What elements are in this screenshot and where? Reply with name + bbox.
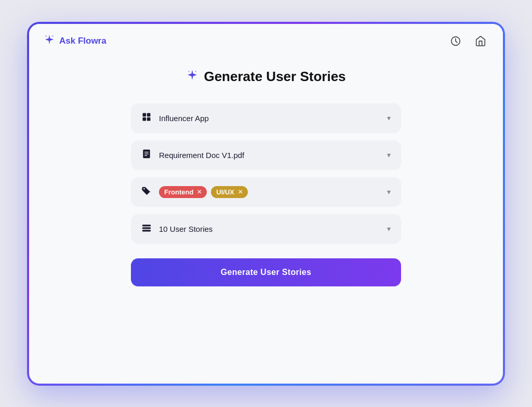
- svg-point-13: [143, 188, 145, 190]
- tag-uiux-close[interactable]: ✕: [238, 189, 243, 195]
- tags-chevron-icon: ▾: [387, 188, 391, 196]
- tag-frontend-label: Frontend: [164, 188, 193, 196]
- project-icon: [141, 112, 152, 125]
- svg-rect-16: [142, 230, 151, 231]
- page-title: Generate User Stories: [204, 69, 345, 85]
- count-chevron-icon: ▾: [387, 225, 391, 233]
- form-fields: Influencer App ▾ Requirement Doc V1.pdf: [131, 103, 401, 244]
- header: Ask Flowra: [29, 24, 503, 58]
- tag-uiux-label: UI/UX: [216, 188, 234, 196]
- logo-area: Ask Flowra: [44, 34, 107, 48]
- document-value: Requirement Doc V1.pdf: [159, 151, 380, 160]
- generate-button[interactable]: Generate User Stories: [131, 258, 401, 286]
- svg-rect-8: [147, 117, 151, 121]
- svg-point-1: [52, 35, 54, 37]
- svg-point-3: [189, 71, 190, 72]
- count-field[interactable]: 10 User Stories ▾: [131, 214, 401, 244]
- tag-frontend-close[interactable]: ✕: [197, 189, 202, 195]
- tag-frontend[interactable]: Frontend ✕: [159, 186, 207, 198]
- home-button[interactable]: [473, 33, 488, 49]
- tag-uiux[interactable]: UI/UX ✕: [211, 186, 248, 198]
- tag-icon: [141, 186, 152, 199]
- document-field[interactable]: Requirement Doc V1.pdf ▾: [131, 140, 401, 170]
- app-container: Ask Flowra: [29, 24, 503, 384]
- history-button[interactable]: [448, 33, 463, 49]
- main-content: Generate User Stories Influencer App: [29, 58, 503, 384]
- page-title-row: Generate User Stories: [186, 69, 345, 85]
- logo-sparkle-icon: [44, 34, 55, 48]
- title-sparkle-icon: [186, 69, 198, 84]
- svg-rect-14: [142, 225, 151, 226]
- tags-field[interactable]: Frontend ✕ UI/UX ✕ ▾: [131, 177, 401, 207]
- logo-text: Ask Flowra: [59, 36, 107, 46]
- svg-rect-15: [142, 227, 151, 229]
- document-icon: [141, 149, 152, 162]
- svg-rect-6: [147, 113, 151, 116]
- project-value: Influencer App: [159, 114, 380, 123]
- svg-point-0: [45, 35, 47, 37]
- svg-point-4: [195, 71, 196, 72]
- tags-container: Frontend ✕ UI/UX ✕: [159, 186, 380, 198]
- count-value: 10 User Stories: [159, 225, 380, 233]
- project-field[interactable]: Influencer App ▾: [131, 103, 401, 133]
- app-outer-wrapper: Ask Flowra: [27, 22, 505, 386]
- count-icon: [141, 222, 152, 235]
- header-icons: [448, 33, 488, 49]
- document-chevron-icon: ▾: [387, 151, 391, 159]
- svg-rect-5: [143, 113, 147, 116]
- project-chevron-icon: ▾: [387, 114, 391, 122]
- svg-rect-7: [143, 117, 147, 121]
